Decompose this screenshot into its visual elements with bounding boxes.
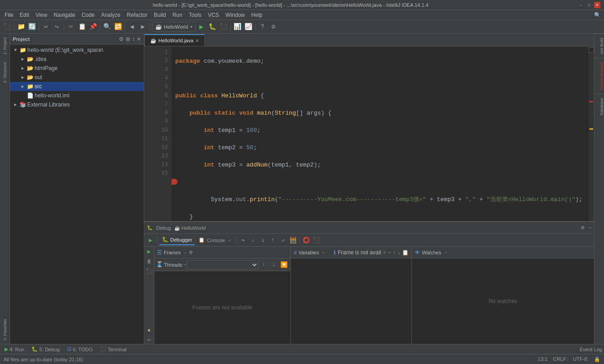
debug-more-icon[interactable]: ⋯ <box>145 336 153 344</box>
frames-down-icon[interactable]: ↓ <box>269 260 279 269</box>
debug-settings-icon[interactable]: ⚙ <box>581 224 584 231</box>
tree-arrow-ext-libs[interactable]: ▶ <box>12 102 19 107</box>
console-tab[interactable]: 📋 Console → <box>196 235 234 245</box>
settings-icon[interactable]: ⚙ <box>269 22 279 32</box>
minimize-button[interactable]: − <box>578 2 584 8</box>
tree-arrow-root[interactable]: ▼ <box>12 48 19 53</box>
stop-debug-button[interactable]: ⬛ <box>312 236 321 245</box>
debug-resume-side-icon[interactable]: ▶ <box>145 248 153 256</box>
menu-help[interactable]: Help <box>249 11 265 19</box>
cut-icon[interactable]: ✂ <box>66 22 76 32</box>
threads-label[interactable]: Threads <box>164 262 182 268</box>
code-editor[interactable]: 1 2 3 4 5 6 7 8 9 10 11 12 13 <box>144 46 594 221</box>
tree-arrow-htmlpage[interactable]: ▶ <box>19 66 26 71</box>
paste-icon[interactable]: 📌 <box>88 22 98 32</box>
frames-settings-icon[interactable]: ⚙ <box>189 250 193 255</box>
right-panel-database[interactable]: Database <box>594 94 604 119</box>
tree-item-root[interactable]: ▼ 📁 hello-world (E:\git_work_space\ <box>10 46 144 55</box>
force-step-into-button[interactable]: ⇓ <box>259 236 268 245</box>
find-icon[interactable]: 🔍 <box>102 22 112 32</box>
open-icon[interactable]: 📁 <box>16 22 26 32</box>
profile-icon[interactable]: 📈 <box>244 22 254 32</box>
mute-breakpoints-button[interactable]: ⭕ <box>302 236 311 245</box>
step-out-button[interactable]: ↑ <box>269 236 278 245</box>
project-panel-layout-icon[interactable]: ⊞ <box>126 36 130 42</box>
menu-tools[interactable]: Tools <box>186 11 204 19</box>
right-panel-ant-build[interactable]: Ant Build <box>594 34 604 58</box>
tree-item-ext-libs[interactable]: ▶ 📚 External Libraries <box>10 100 144 109</box>
tab-helloworld[interactable]: ☕ HelloWorld.java ✕ <box>144 34 205 46</box>
replace-icon[interactable]: 🔁 <box>113 22 123 32</box>
coverage-icon[interactable]: 📊 <box>233 22 243 32</box>
redo-icon[interactable]: ↪ <box>52 22 62 32</box>
menu-file[interactable]: File <box>2 11 16 19</box>
debugger-tab[interactable]: 🐛 Debugger <box>159 235 195 245</box>
event-log-link[interactable]: Event Log <box>579 347 602 352</box>
run-to-cursor-button[interactable]: ↗ <box>279 236 288 245</box>
debug-button[interactable]: 🐛 <box>208 22 218 32</box>
project-panel-settings-icon[interactable]: ⚙ <box>119 36 124 42</box>
left-tab-structure[interactable]: 2: Structure <box>0 58 10 87</box>
debug-hide-icon[interactable]: → <box>588 225 591 231</box>
run-tool-button[interactable]: ▶ 4: Run <box>2 345 27 354</box>
step-over-button[interactable]: ↷ <box>239 236 248 245</box>
stop-icon[interactable]: ⬛ <box>218 22 228 32</box>
menu-run[interactable]: Run <box>170 11 185 19</box>
resume-button[interactable]: ▶ <box>146 236 155 245</box>
frames-up-icon[interactable]: ↑ <box>259 260 269 269</box>
menu-vcs[interactable]: VCS <box>205 11 222 19</box>
frame-up-icon[interactable]: ↑ <box>393 249 396 256</box>
debug-hello-world-tab[interactable]: ☕ HelloWorld <box>174 225 206 231</box>
close-button[interactable]: ✕ <box>594 2 600 8</box>
undo-icon[interactable]: ↩ <box>41 22 51 32</box>
run-config-selector[interactable]: ☕ HelloWorld ▾ <box>152 22 196 32</box>
menu-analyze[interactable]: Analyze <box>98 11 123 19</box>
menu-edit[interactable]: Edit <box>17 11 32 19</box>
menu-refactor[interactable]: Refactor <box>124 11 150 19</box>
tree-item-iml[interactable]: ▶ 📄 hello-world.iml <box>10 91 144 100</box>
frames-dropdown[interactable] <box>187 260 259 269</box>
run-button[interactable]: ▶ <box>197 22 207 32</box>
debug-star-icon[interactable]: ★ <box>145 326 153 334</box>
left-tab-favorites[interactable]: 2: Favorites <box>0 315 10 344</box>
help-icon[interactable]: ? <box>258 22 268 32</box>
maximize-button[interactable]: □ <box>586 2 592 8</box>
search-everywhere-icon[interactable]: 🔍 <box>592 10 602 20</box>
new-project-icon[interactable]: ⬛ <box>2 22 12 32</box>
tree-item-htmlpage[interactable]: ▶ 📂 htmlPage <box>10 64 144 73</box>
tree-arrow-src[interactable]: ▶ <box>19 84 26 89</box>
terminal-tool-button[interactable]: ⬛ Terminal <box>97 345 130 354</box>
debug-pause-icon[interactable]: ⏸ <box>145 258 153 266</box>
right-panel-maven[interactable]: Maven Projects <box>594 58 604 94</box>
left-tab-project[interactable]: 1: Project <box>0 34 10 58</box>
code-area[interactable]: package com.youmeek.demo; public class H… <box>172 46 589 221</box>
evaluate-button[interactable]: 🧮 <box>289 236 298 245</box>
tree-arrow-out[interactable]: ▶ <box>19 75 26 80</box>
frame-add-icon[interactable]: + <box>383 249 386 256</box>
frame-minus-icon[interactable]: − <box>388 249 391 256</box>
menu-window[interactable]: Window <box>223 11 248 19</box>
debug-label[interactable]: Debug <box>156 225 171 231</box>
tree-item-src[interactable]: ▶ 📁 src <box>10 82 144 91</box>
menu-view[interactable]: View <box>33 11 50 19</box>
menu-build[interactable]: Build <box>151 11 169 19</box>
tree-item-out[interactable]: ▶ 📂 out <box>10 73 144 82</box>
menu-code[interactable]: Code <box>79 11 97 19</box>
sync-icon[interactable]: 🔄 <box>27 22 37 32</box>
frame-down-icon[interactable]: ↓ <box>397 249 400 256</box>
step-into-button[interactable]: ↓ <box>249 236 258 245</box>
debug-tool-button[interactable]: 🐛 5: Debug <box>29 345 62 354</box>
tree-item-idea[interactable]: ▶ 📂 .idea <box>10 55 144 64</box>
todo-tool-button[interactable]: ☑ 6: TODO <box>64 345 96 354</box>
tree-arrow-idea[interactable]: ▶ <box>19 56 26 62</box>
back-icon[interactable]: ◀ <box>127 22 137 32</box>
copy-icon[interactable]: 📋 <box>77 22 87 32</box>
frame-copy-icon[interactable]: 📋 <box>402 249 409 256</box>
forward-icon[interactable]: ▶ <box>138 22 148 32</box>
menu-navigate[interactable]: Navigate <box>51 11 78 19</box>
project-panel-close-icon[interactable]: ✕ <box>137 36 141 42</box>
tab-close-icon[interactable]: ✕ <box>195 38 199 43</box>
frames-filter-icon[interactable]: 🔽 <box>279 260 289 269</box>
debug-stop-side-icon[interactable]: ⬛ <box>145 268 153 276</box>
project-panel-expand-icon[interactable]: ↕ <box>132 36 135 42</box>
